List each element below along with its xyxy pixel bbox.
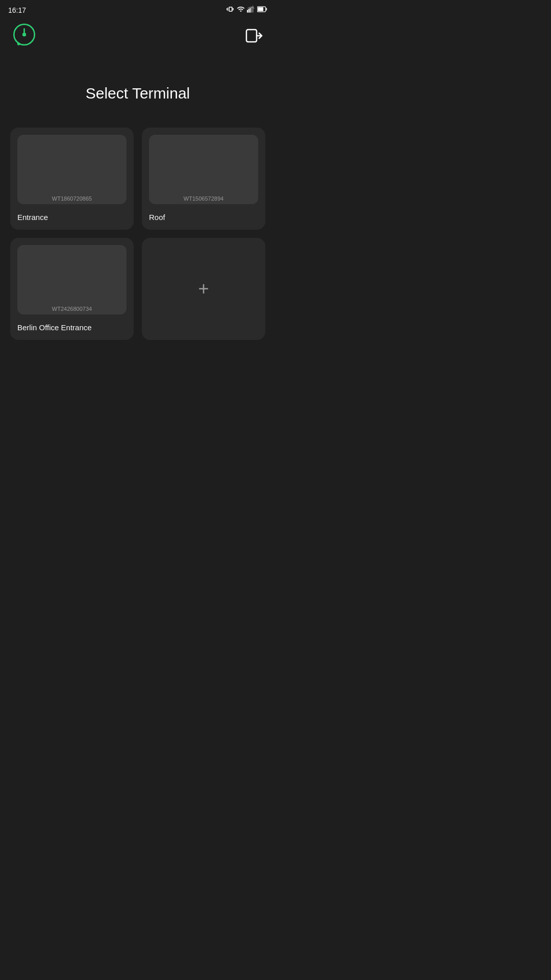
terminal-id-roof: WT1506572894 [149, 195, 258, 202]
svg-rect-0 [247, 10, 248, 12]
svg-rect-1 [248, 9, 249, 12]
status-bar: 16:17 [0, 0, 276, 18]
signal-icon [247, 5, 255, 15]
terminal-id-berlin: WT2426800734 [17, 306, 127, 312]
app-logo [10, 21, 38, 52]
terminal-name-entrance: Entrance [17, 209, 48, 222]
terminal-name-roof: Roof [149, 209, 165, 222]
svg-point-11 [17, 42, 20, 45]
svg-rect-4 [253, 6, 254, 12]
vibrate-icon [227, 5, 235, 15]
terminal-grid: WT1860720865 Entrance WT1506572894 Roof … [10, 128, 265, 340]
logout-button[interactable] [243, 24, 265, 48]
battery-icon [257, 6, 267, 15]
status-icons [227, 5, 267, 15]
terminal-card-image-berlin [17, 245, 127, 314]
svg-rect-7 [258, 7, 263, 11]
header [0, 18, 276, 54]
svg-rect-12 [246, 30, 257, 42]
svg-rect-6 [266, 8, 267, 11]
terminal-card-image-roof [149, 135, 258, 204]
svg-rect-3 [251, 7, 252, 12]
wifi-icon [237, 5, 245, 15]
terminal-id-entrance: WT1860720865 [17, 195, 127, 202]
svg-rect-2 [249, 8, 251, 12]
terminal-card-image-entrance [17, 135, 127, 204]
page-title: Select Terminal [86, 85, 190, 102]
terminal-name-berlin: Berlin Office Entrance [17, 319, 92, 332]
terminal-card-berlin[interactable]: WT2426800734 Berlin Office Entrance [10, 238, 134, 340]
add-icon: + [198, 280, 209, 298]
add-terminal-card[interactable]: + [142, 238, 265, 340]
terminal-card-roof[interactable]: WT1506572894 Roof [142, 128, 265, 230]
status-time: 16:17 [8, 6, 26, 14]
terminal-card-entrance[interactable]: WT1860720865 Entrance [10, 128, 134, 230]
main-content: Select Terminal WT1860720865 Entrance WT… [0, 54, 276, 350]
